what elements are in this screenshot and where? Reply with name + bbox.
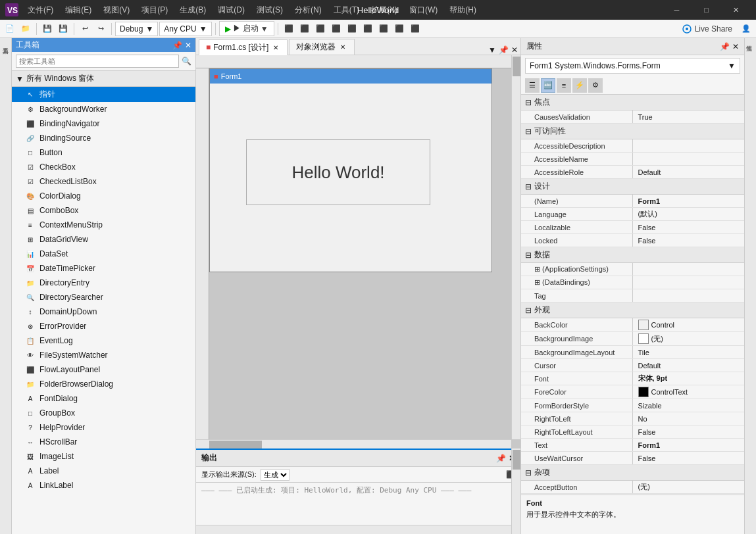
label-control[interactable]: Hello World! <box>246 139 430 205</box>
props-value[interactable] <box>633 276 745 289</box>
tab-object-browser[interactable]: 对象浏览器 ✕ <box>289 39 355 55</box>
menu-project[interactable]: 项目(P) <box>136 3 173 17</box>
toolbar-btn-9[interactable]: ⬛ <box>329 22 343 36</box>
close-button[interactable]: ✕ <box>721 0 751 20</box>
toolbox-item-filesystemwatcher[interactable]: 👁FileSystemWatcher <box>12 348 195 362</box>
toolbox-item-contextmenustrip[interactable]: ≡ContextMenuStrip <box>12 218 195 232</box>
props-category-焦点[interactable]: ⊟焦点 <box>521 95 744 110</box>
props-value[interactable]: Tile <box>633 346 745 358</box>
props-value[interactable]: (默认) <box>633 208 745 220</box>
tab-close-browser[interactable]: ✕ <box>338 43 347 52</box>
toolbar-btn-6[interactable]: ⬛ <box>282 22 296 36</box>
undo-button[interactable]: ↩ <box>78 22 92 36</box>
toolbox-item-flowlayoutpanel[interactable]: ⬛FlowLayoutPanel <box>12 362 195 377</box>
menu-debug[interactable]: 调试(D) <box>213 3 250 17</box>
toolbox-item-errorprovider[interactable]: ⊗ErrorProvider <box>12 319 195 333</box>
props-value[interactable]: Default <box>633 166 745 178</box>
props-alphabetical-button[interactable]: 🔤 <box>541 78 555 93</box>
props-value[interactable]: True <box>633 110 745 123</box>
toolbox-item-bindingnavigator[interactable]: ⬛BindingNavigator <box>12 116 195 131</box>
toolbox-item-colordialog[interactable]: 🎨ColorDialog <box>12 189 195 203</box>
toolbox-item-combobox[interactable]: ▤ComboBox <box>12 203 195 218</box>
toolbox-item-directorysearcher[interactable]: 🔍DirectorySearcher <box>12 290 195 304</box>
props-value[interactable] <box>633 289 745 302</box>
redo-button[interactable]: ↪ <box>93 22 108 36</box>
output-scroll-h[interactable] <box>196 525 511 534</box>
toolbar-btn-7[interactable]: ⬛ <box>297 22 312 36</box>
props-value[interactable] <box>633 139 745 152</box>
live-share-button[interactable]: Live Share <box>676 22 738 36</box>
toolbar-btn-8[interactable]: ⬛ <box>313 22 328 36</box>
props-categorize-button[interactable]: ☰ <box>525 78 540 93</box>
toolbox-close-button[interactable]: ✕ <box>185 41 191 50</box>
toolbox-item-datetimepicker[interactable]: 📅DateTimePicker <box>12 261 195 276</box>
tab-close-designer[interactable]: ✕ <box>271 43 280 52</box>
props-category-数据[interactable]: ⊟数据 <box>521 247 744 263</box>
toolbox-item-helpprovider[interactable]: ?HelpProvider <box>12 420 195 435</box>
toolbox-item-hscrollbar[interactable]: ↔HScrollBar <box>12 435 195 449</box>
toolbar-btn-12[interactable]: ⬛ <box>376 22 391 36</box>
designer-scroll-v[interactable] <box>511 55 520 439</box>
props-events-button[interactable]: ⚡ <box>572 78 587 93</box>
form-canvas[interactable]: ■ Form1 Hello World! <box>209 68 492 272</box>
props-value[interactable]: (无) <box>633 481 745 493</box>
props-close-button[interactable]: ✕ <box>732 42 739 51</box>
props-category-可访问性[interactable]: ⊟可访问性 <box>521 124 744 139</box>
save-all-button[interactable]: 💾 <box>56 22 70 36</box>
menu-view[interactable]: 视图(V) <box>98 3 135 17</box>
toolbox-item-groupbox[interactable]: □GroupBox <box>12 406 195 420</box>
output-scroll-thumb[interactable] <box>513 450 520 470</box>
menu-analyze[interactable]: 分析(N) <box>290 3 327 17</box>
props-value[interactable]: False <box>633 234 745 247</box>
run-button[interactable]: ▶ ▶ 启动 ▼ <box>219 21 274 36</box>
props-value[interactable] <box>633 263 745 276</box>
toolbox-item-fontdialog[interactable]: AFontDialog <box>12 391 195 406</box>
toolbox-item-folderbrowserdialog[interactable]: 📁FolderBrowserDialog <box>12 377 195 391</box>
toolbox-item-eventlog[interactable]: 📋EventLog <box>12 333 195 348</box>
menu-file[interactable]: 文件(F) <box>22 3 59 17</box>
props-value[interactable]: (无) <box>633 332 745 345</box>
tab-designer[interactable]: ■ Form1.cs [设计] ✕ <box>199 39 288 55</box>
toolbox-item-bindingsource[interactable]: 🔗BindingSource <box>12 131 195 145</box>
props-value[interactable]: False <box>633 425 745 438</box>
profile-button[interactable]: 👤 <box>739 22 753 36</box>
props-value[interactable]: Form1 <box>633 195 745 207</box>
output-scroll-v[interactable] <box>511 449 520 534</box>
toolbox-item-button[interactable]: □Button <box>12 145 195 160</box>
toolbox-item-directoryentry[interactable]: 📁DirectoryEntry <box>12 276 195 290</box>
debug-config-dropdown[interactable]: Debug ▼ <box>115 22 158 36</box>
output-source-select[interactable]: 生成 <box>261 469 290 481</box>
toolbar-btn-10[interactable]: ⬛ <box>345 22 359 36</box>
toolbar-btn-13[interactable]: ⬛ <box>392 22 407 36</box>
toolbox-item-指针[interactable]: ↖指针 <box>12 87 195 102</box>
props-value[interactable]: False <box>633 452 745 464</box>
new-project-button[interactable]: 📄 <box>3 22 17 36</box>
tab-pin-button[interactable]: 📌 <box>499 45 509 55</box>
menu-build[interactable]: 生成(B) <box>174 3 211 17</box>
save-button[interactable]: 💾 <box>40 22 55 36</box>
menu-edit[interactable]: 编辑(E) <box>60 3 97 17</box>
props-value[interactable]: False <box>633 221 745 233</box>
tab-scroll-down-icon[interactable]: ▼ <box>488 45 496 55</box>
toolbox-search-input[interactable] <box>16 55 179 68</box>
props-settings-button[interactable]: ⚙ <box>588 78 603 93</box>
toolbar-btn-11[interactable]: ⬛ <box>361 22 375 36</box>
props-value[interactable]: No <box>633 412 745 425</box>
open-button[interactable]: 📁 <box>18 22 33 36</box>
minimize-button[interactable]: ─ <box>662 0 692 20</box>
props-object-selector[interactable]: Form1 System.Windows.Forms.Form ▼ <box>525 58 740 74</box>
toolbox-item-linklabel[interactable]: ALinkLabel <box>12 478 195 493</box>
tab-close-all-button[interactable]: ✕ <box>511 45 518 55</box>
menu-help[interactable]: 帮助(H) <box>444 3 482 17</box>
scroll-thumb-h[interactable] <box>209 441 262 449</box>
props-value[interactable]: Control <box>633 318 745 331</box>
props-value[interactable]: Sizable <box>633 399 745 412</box>
toolbox-pin-button[interactable]: 📌 <box>172 41 182 50</box>
props-properties-button[interactable]: ≡ <box>557 78 571 93</box>
props-value[interactable] <box>633 153 745 165</box>
toolbox-item-backgroundworker[interactable]: ⚙BackgroundWorker <box>12 102 195 116</box>
props-value[interactable]: ControlText <box>633 385 745 399</box>
toolbox-category-all[interactable]: ▼ 所有 Windows 窗体 <box>12 71 195 87</box>
toolbox-item-checkbox[interactable]: ☑CheckBox <box>12 160 195 174</box>
props-value[interactable]: Form1 <box>633 439 745 451</box>
